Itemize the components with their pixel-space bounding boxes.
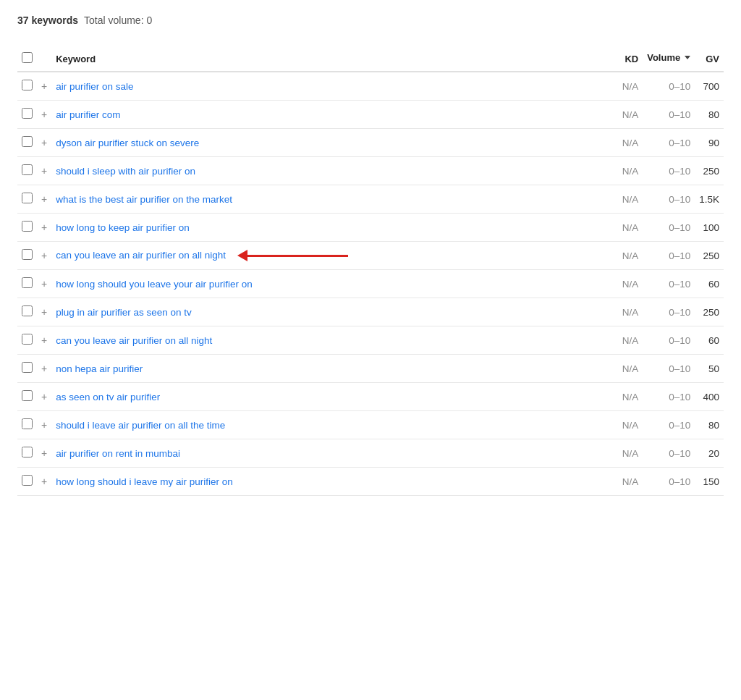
keyword-link[interactable]: air purifier on rent in mumbai <box>56 448 180 459</box>
keyword-link[interactable]: as seen on tv air purifier <box>56 392 160 402</box>
add-keyword-icon[interactable]: + <box>41 222 47 233</box>
volume-value: 0–10 <box>643 157 695 185</box>
kd-value: N/A <box>618 185 643 214</box>
header-volume[interactable]: Volume <box>643 46 695 69</box>
row-checkbox[interactable] <box>22 277 33 288</box>
row-checkbox[interactable] <box>22 193 33 203</box>
table-row: +how long to keep air purifier onN/A0–10… <box>17 214 724 242</box>
keywords-count: 37 keywords <box>17 14 78 26</box>
table-row: +how long should you leave your air puri… <box>17 270 724 298</box>
kd-value: N/A <box>618 157 643 185</box>
add-keyword-icon[interactable]: + <box>41 306 47 318</box>
add-keyword-icon[interactable]: + <box>41 334 47 346</box>
add-keyword-icon[interactable]: + <box>41 109 47 120</box>
table-row: +as seen on tv air purifierN/A0–10400 <box>17 383 724 411</box>
row-checkbox[interactable] <box>22 475 33 486</box>
add-keyword-icon[interactable]: + <box>41 250 47 261</box>
volume-value: 0–10 <box>643 185 695 214</box>
row-checkbox[interactable] <box>22 362 33 373</box>
table-row: +what is the best air purifier on the ma… <box>17 185 724 214</box>
keyword-link[interactable]: how long should you leave your air purif… <box>56 279 253 290</box>
table-row: +plug in air purifier as seen on tvN/A0–… <box>17 298 724 326</box>
add-keyword-icon[interactable]: + <box>41 278 47 290</box>
keyword-link[interactable]: should i leave air purifier on all the t… <box>56 420 225 431</box>
keyword-link[interactable]: how long to keep air purifier on <box>56 222 190 233</box>
gv-value: 400 <box>695 383 724 411</box>
volume-value: 0–10 <box>643 468 695 496</box>
kd-value: N/A <box>618 355 643 383</box>
row-checkbox[interactable] <box>22 334 33 345</box>
volume-value: 0–10 <box>643 214 695 242</box>
add-keyword-icon[interactable]: + <box>41 165 47 177</box>
gv-value: 700 <box>695 72 724 101</box>
kd-value: N/A <box>618 101 643 129</box>
gv-value: 80 <box>695 411 724 439</box>
kd-value: N/A <box>618 242 643 270</box>
add-keyword-icon[interactable]: + <box>41 391 47 402</box>
keyword-link[interactable]: can you leave air purifier on all night <box>56 335 212 346</box>
row-checkbox[interactable] <box>22 164 33 175</box>
add-keyword-icon[interactable]: + <box>41 476 47 487</box>
total-volume: Total volume: 0 <box>84 14 152 26</box>
red-arrow-indicator <box>237 250 348 261</box>
volume-value: 0–10 <box>643 129 695 157</box>
table-row: +should i sleep with air purifier onN/A0… <box>17 157 724 185</box>
add-keyword-icon[interactable]: + <box>41 80 47 92</box>
volume-value: 0–10 <box>643 101 695 129</box>
table-row: +can you leave air purifier on all night… <box>17 326 724 355</box>
kd-value: N/A <box>618 411 643 439</box>
row-checkbox[interactable] <box>22 418 33 429</box>
gv-value: 250 <box>695 242 724 270</box>
row-checkbox[interactable] <box>22 108 33 119</box>
keyword-link[interactable]: air purifier on sale <box>56 81 133 92</box>
gv-value: 250 <box>695 157 724 185</box>
volume-value: 0–10 <box>643 326 695 355</box>
keyword-table: Keyword KD Volume GV +air purifier on sa… <box>17 46 724 496</box>
row-checkbox[interactable] <box>22 249 33 260</box>
kd-value: N/A <box>618 129 643 157</box>
row-checkbox[interactable] <box>22 447 33 457</box>
add-keyword-icon[interactable]: + <box>41 447 47 459</box>
gv-value: 1.5K <box>695 185 724 214</box>
add-keyword-icon[interactable]: + <box>41 193 47 205</box>
kd-value: N/A <box>618 383 643 411</box>
row-checkbox[interactable] <box>22 390 33 401</box>
gv-value: 250 <box>695 298 724 326</box>
kd-value: N/A <box>618 72 643 101</box>
table-row: +air purifier on saleN/A0–10700 <box>17 72 724 101</box>
volume-value: 0–10 <box>643 355 695 383</box>
row-checkbox[interactable] <box>22 221 33 232</box>
table-row: +dyson air purifier stuck on severeN/A0–… <box>17 129 724 157</box>
volume-value: 0–10 <box>643 72 695 101</box>
header-keyword: Keyword <box>51 46 618 72</box>
keyword-link[interactable]: plug in air purifier as seen on tv <box>56 307 192 318</box>
header-plus-col <box>37 46 51 72</box>
add-keyword-icon[interactable]: + <box>41 363 47 374</box>
gv-value: 60 <box>695 326 724 355</box>
keyword-link[interactable]: dyson air purifier stuck on severe <box>56 138 199 148</box>
kd-value: N/A <box>618 468 643 496</box>
header-kd: KD <box>618 46 643 72</box>
keyword-link[interactable]: can you leave an air purifier on all nig… <box>56 250 226 261</box>
select-all-checkbox[interactable] <box>22 52 33 63</box>
keyword-link[interactable]: should i sleep with air purifier on <box>56 166 195 177</box>
keyword-link[interactable]: what is the best air purifier on the mar… <box>56 194 232 205</box>
sort-down-icon <box>685 56 690 59</box>
add-keyword-icon[interactable]: + <box>41 419 47 431</box>
volume-value: 0–10 <box>643 439 695 468</box>
gv-value: 60 <box>695 270 724 298</box>
keyword-link[interactable]: non hepa air purifier <box>56 363 143 374</box>
gv-value: 150 <box>695 468 724 496</box>
keyword-link[interactable]: air purifier com <box>56 109 120 120</box>
red-arrow-body <box>247 255 348 257</box>
keyword-link[interactable]: how long should i leave my air purifier … <box>56 476 233 487</box>
volume-value: 0–10 <box>643 411 695 439</box>
kd-value: N/A <box>618 270 643 298</box>
row-checkbox[interactable] <box>22 136 33 147</box>
row-checkbox[interactable] <box>22 305 33 316</box>
kd-value: N/A <box>618 439 643 468</box>
gv-value: 20 <box>695 439 724 468</box>
add-keyword-icon[interactable]: + <box>41 137 47 148</box>
table-row: +how long should i leave my air purifier… <box>17 468 724 496</box>
row-checkbox[interactable] <box>22 80 33 90</box>
